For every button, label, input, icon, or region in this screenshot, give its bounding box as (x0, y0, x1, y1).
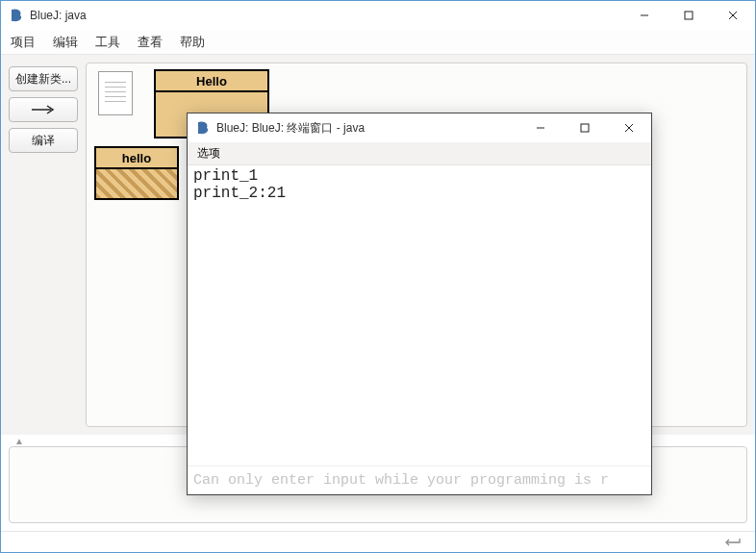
menu-project[interactable]: 项目 (11, 34, 36, 51)
class-box-label: hello (96, 148, 177, 169)
terminal-window[interactable]: BlueJ: BlueJ: 终端窗口 - java 选项 print_1 pri… (187, 113, 652, 495)
class-box-label: Hello (156, 71, 267, 92)
terminal-input-hint: Can only enter input while your programm… (188, 465, 651, 494)
arrow-button[interactable] (9, 97, 78, 122)
compile-button[interactable]: 编译 (9, 128, 78, 153)
terminal-menubar: 选项 (188, 142, 651, 165)
close-button[interactable] (711, 1, 755, 30)
class-box-body (96, 169, 177, 198)
minimize-button[interactable] (622, 1, 667, 30)
menu-view[interactable]: 查看 (138, 34, 163, 51)
terminal-window-title: BlueJ: BlueJ: 终端窗口 - java (216, 120, 518, 137)
main-menubar: 项目 编辑 工具 查看 帮助 (1, 30, 755, 55)
return-arrow-icon (724, 537, 743, 548)
class-box-obj[interactable]: hello (94, 146, 179, 200)
readme-icon[interactable] (98, 71, 133, 115)
minimize-button[interactable] (518, 113, 563, 142)
menu-options[interactable]: 选项 (197, 145, 220, 162)
main-window-title: BlueJ: java (30, 9, 622, 22)
arrow-right-icon (30, 105, 57, 114)
close-button[interactable] (607, 113, 651, 142)
menu-edit[interactable]: 编辑 (53, 34, 78, 51)
chevron-up-icon: ▲ (14, 436, 24, 446)
terminal-titlebar[interactable]: BlueJ: BlueJ: 终端窗口 - java (188, 113, 651, 142)
new-class-button[interactable]: 创建新类... (9, 66, 78, 91)
statusbar (1, 531, 755, 552)
svg-rect-6 (581, 124, 589, 132)
terminal-window-controls (518, 113, 651, 142)
main-window-controls (622, 1, 755, 30)
svg-rect-1 (685, 12, 693, 19)
main-titlebar[interactable]: BlueJ: java (1, 1, 755, 30)
menu-help[interactable]: 帮助 (180, 34, 205, 51)
sidebar: 创建新类... 编译 (9, 63, 78, 427)
bluej-logo-icon (9, 8, 24, 23)
bluej-logo-icon (195, 120, 211, 136)
maximize-button[interactable] (667, 1, 711, 30)
terminal-output[interactable]: print_1 print_2:21 (188, 165, 651, 465)
maximize-button[interactable] (563, 113, 607, 142)
menu-tools[interactable]: 工具 (95, 34, 120, 51)
